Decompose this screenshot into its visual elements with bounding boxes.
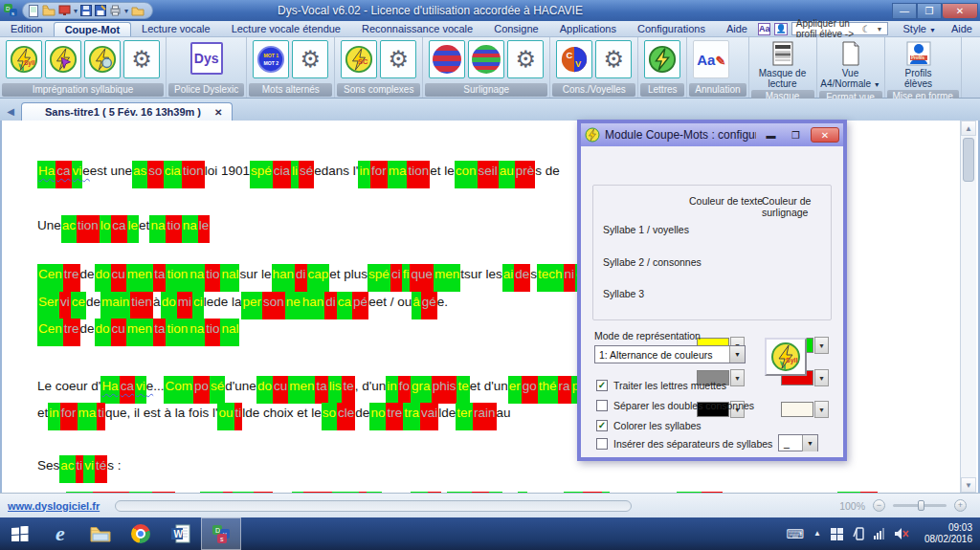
- apply-profile-dropdown[interactable]: Appliquer un profil élève -> ☾ ▼: [791, 22, 888, 35]
- menu-configurations[interactable]: Configurations: [627, 22, 716, 35]
- apply-syllables-button[interactable]: Syll: [765, 338, 807, 376]
- open-folder-icon[interactable]: [42, 5, 56, 16]
- network-signal-icon[interactable]: [874, 528, 884, 539]
- checkbox-colorer-syllabes[interactable]: Colorer les syllabes: [596, 420, 702, 431]
- student-profiles-button[interactable]: Profils Profils élèves: [887, 40, 950, 89]
- chevron-down-icon[interactable]: ▼: [814, 369, 829, 386]
- student-profile-icon[interactable]: 👤: [774, 23, 787, 35]
- gear-icon: ⚙: [603, 48, 624, 71]
- menu-aide[interactable]: Aide: [716, 22, 758, 35]
- taskbar-chrome[interactable]: [121, 517, 161, 550]
- start-button[interactable]: [0, 517, 40, 550]
- chevron-down-icon[interactable]: ▼: [729, 346, 745, 363]
- syllabic-zoom-button[interactable]: [84, 40, 121, 78]
- maximize-button[interactable]: ❐: [917, 3, 942, 19]
- complex-sounds-settings-button[interactable]: ⚙: [380, 40, 416, 78]
- vertical-scrollbar[interactable]: ▲ ▼: [960, 121, 976, 493]
- taskbar-internet-explorer[interactable]: e: [40, 517, 80, 550]
- dropdown-arrow-icon[interactable]: ▾: [124, 7, 128, 15]
- syllable3-highlight-color-dropdown[interactable]: ▼: [781, 401, 829, 418]
- font-style-icon[interactable]: Aa: [758, 23, 771, 35]
- new-document-icon[interactable]: [28, 5, 39, 17]
- scan-document-icon[interactable]: [58, 5, 71, 16]
- highlight-settings-button[interactable]: ⚙: [507, 40, 544, 78]
- dropdown-arrow-icon[interactable]: ▾: [74, 7, 78, 15]
- chevron-down-icon[interactable]: ▼: [814, 337, 829, 354]
- reading-mask-button[interactable]: Masque de lecture: [751, 40, 814, 89]
- letters-button[interactable]: [644, 40, 680, 78]
- menu-consigne[interactable]: Consigne: [483, 22, 548, 35]
- text-segment: for: [370, 161, 388, 188]
- volume-muted-icon[interactable]: [894, 527, 909, 540]
- save-icon[interactable]: [80, 5, 92, 16]
- touch-keyboard-icon[interactable]: ⌨: [786, 528, 804, 540]
- scrollbar-thumb[interactable]: [963, 138, 974, 182]
- taskbar-file-explorer[interactable]: [80, 517, 121, 550]
- checkbox-icon[interactable]: [596, 400, 608, 411]
- scroll-up-icon[interactable]: ▲: [961, 121, 976, 136]
- chevron-down-icon[interactable]: ▼: [814, 401, 829, 418]
- text-color-header: Couleur de texte: [689, 195, 763, 207]
- window-caption-buttons: — ❐ ✕: [892, 3, 978, 19]
- dialog-maximize-button[interactable]: ❒: [786, 127, 806, 143]
- dyslexic-font-button[interactable]: Dys: [190, 42, 223, 75]
- menu-applications[interactable]: Applications: [549, 22, 627, 35]
- complex-sounds-button[interactable]: SC: [341, 40, 377, 78]
- menu-style[interactable]: Style ▼: [896, 23, 944, 34]
- minimize-button[interactable]: —: [892, 3, 917, 19]
- syllabic-pointer-button[interactable]: [45, 40, 81, 78]
- syllable3-row: Syllabe 3: [603, 284, 823, 303]
- menu-coupe-mot[interactable]: Coupe-Mot: [54, 22, 131, 36]
- zoom-out-button[interactable]: −: [873, 499, 885, 512]
- checkbox-icon[interactable]: [596, 438, 608, 450]
- dialog-titlebar[interactable]: Module Coupe-Mots : configuration ▬ ❒ ✕: [581, 123, 843, 146]
- view-format-button[interactable]: Vue A4/Normale ▼: [819, 40, 882, 90]
- taskbar-word[interactable]: W: [161, 517, 201, 550]
- tab-close-icon[interactable]: ✕: [214, 107, 222, 118]
- pen-device-icon[interactable]: [853, 527, 864, 540]
- chevron-down-icon[interactable]: ▼: [802, 435, 817, 451]
- menu-lecture-vocale[interactable]: Lecture vocale: [131, 22, 221, 35]
- separator-dropdown[interactable]: _ ▼: [778, 434, 818, 451]
- folder-icon[interactable]: [131, 5, 145, 16]
- zoom-slider-thumb[interactable]: [918, 500, 924, 511]
- alternate-words-settings-button[interactable]: ⚙: [292, 40, 328, 78]
- website-link[interactable]: www.dyslogiciel.fr: [8, 500, 100, 512]
- scroll-down-icon[interactable]: ▼: [961, 477, 976, 493]
- checkbox-separateurs-syllabes[interactable]: Insérer des séparateurs de syllabes: [596, 438, 772, 450]
- close-button[interactable]: ✕: [942, 3, 978, 19]
- syllabic-bolt-button[interactable]: Syll: [6, 40, 42, 78]
- alternate-words-button[interactable]: MOT 1MOT 2: [253, 40, 289, 78]
- save-as-icon[interactable]: [95, 5, 106, 16]
- text-segment: tre: [63, 264, 80, 292]
- chevron-down-icon[interactable]: ▼: [730, 369, 745, 386]
- checkbox-icon[interactable]: [596, 380, 608, 391]
- undo-formatting-button[interactable]: Aa✎: [693, 40, 729, 78]
- action-center-icon[interactable]: [831, 528, 843, 540]
- checkbox-lettres-muettes[interactable]: Traiter les lettres muettes: [596, 380, 726, 391]
- show-hidden-icons[interactable]: ▲: [813, 530, 821, 538]
- zoom-in-button[interactable]: +: [954, 499, 967, 512]
- impregnation-settings-button[interactable]: ⚙: [123, 40, 160, 78]
- tab-scroll-left-button[interactable]: ◀: [0, 106, 21, 121]
- consonants-vowels-settings-button[interactable]: ⚙: [595, 40, 632, 78]
- ribbon-group-label: Lettres: [640, 83, 684, 97]
- taskbar-clock[interactable]: 09:03 08/02/2016: [919, 522, 972, 545]
- zoom-slider[interactable]: [893, 504, 947, 507]
- highlight-lines-red-button[interactable]: [429, 40, 465, 78]
- menu-edition[interactable]: Edition: [0, 22, 54, 35]
- dialog-minimize-button[interactable]: ▬: [761, 127, 781, 143]
- checkbox-icon[interactable]: [596, 420, 608, 431]
- menu-aide-right[interactable]: Aide: [944, 23, 980, 34]
- highlight-lines-green-button[interactable]: [468, 40, 504, 78]
- menu-lecture-vocale-etendue[interactable]: Lecture vocale étendue: [221, 22, 351, 35]
- print-icon[interactable]: [109, 5, 122, 16]
- taskbar-dys-vocal[interactable]: Dys: [201, 517, 241, 550]
- menu-reconnaissance-vocale[interactable]: Reconnaissance vocale: [351, 22, 483, 35]
- checkbox-doubles-consonnes[interactable]: Séparer les doubles consonnes: [596, 400, 754, 411]
- mode-dropdown[interactable]: 1: Alternance de couleurs ▼: [594, 345, 746, 363]
- consonants-vowels-button[interactable]: CV: [556, 40, 592, 78]
- dialog-close-button[interactable]: ✕: [811, 127, 839, 143]
- document-tab[interactable]: Sans-titre1 ( 5 Fév. 16 13h39m ) ✕: [21, 102, 233, 121]
- text-segment: do: [95, 319, 111, 346]
